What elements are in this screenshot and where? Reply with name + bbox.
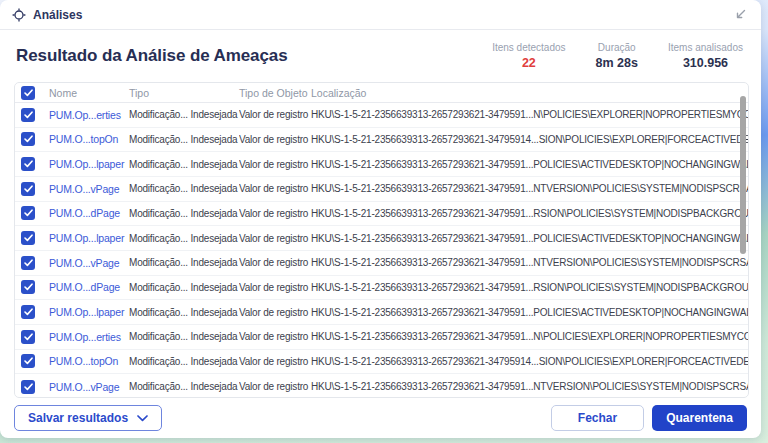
row-checkbox[interactable] xyxy=(21,330,35,344)
row-checkbox[interactable] xyxy=(21,182,35,196)
threat-name-link[interactable]: PUM.Op...erties xyxy=(49,109,129,121)
table-row[interactable]: PUM.Op...lpaper Modificação... Indesejad… xyxy=(15,300,748,325)
column-header-tipo-objeto[interactable]: Tipo de Objeto xyxy=(239,87,311,99)
result-header: Resultado da Análise de Ameaças Itens de… xyxy=(0,30,761,82)
stat-value-duration: 8m 28s xyxy=(596,56,638,70)
threat-name-link[interactable]: PUM.Op...lpaper xyxy=(49,306,129,318)
row-checkbox[interactable] xyxy=(21,206,35,220)
crosshair-scan-icon xyxy=(12,8,26,22)
stat-duration: Duração 8m 28s xyxy=(596,42,638,70)
table-row[interactable]: PUM.O...topOn Modificação... Indesejada … xyxy=(15,128,748,153)
object-type: Valor de registro xyxy=(239,381,311,392)
threat-location: HKU\S-1-5-21-2356639313-2657293621-34795… xyxy=(311,307,748,318)
row-checkbox[interactable] xyxy=(21,380,35,394)
page-title: Resultado da Análise de Ameaças xyxy=(16,46,288,66)
threat-name-link[interactable]: PUM.O...vPage xyxy=(49,183,129,195)
object-type: Valor de registro xyxy=(239,282,311,293)
threat-location: HKU\S-1-5-21-2356639313-2657293621-34795… xyxy=(311,282,748,293)
column-header-nome[interactable]: Nome xyxy=(49,87,129,99)
save-results-label: Salvar resultados xyxy=(28,411,128,425)
threat-name-link[interactable]: PUM.Op...erties xyxy=(49,331,129,343)
table-row[interactable]: PUM.Op...lpaper Modificação... Indesejad… xyxy=(15,152,748,177)
threat-name-link[interactable]: PUM.O...topOn xyxy=(49,355,129,367)
check-icon xyxy=(24,185,33,193)
table-row[interactable]: PUM.O...dPage Modificação... Indesejada … xyxy=(15,202,748,227)
stat-value-scanned: 310.956 xyxy=(668,56,743,70)
scrollbar-thumb[interactable] xyxy=(740,96,746,254)
arrow-down-left-icon xyxy=(734,8,747,21)
threat-name-link[interactable]: PUM.O...dPage xyxy=(49,281,129,293)
object-type: Valor de registro xyxy=(239,109,311,120)
check-icon xyxy=(24,357,33,365)
threat-type: Modificação... Indesejada xyxy=(129,134,239,145)
table-row[interactable]: PUM.Op...erties Modificação... Indesejad… xyxy=(15,103,748,128)
table-row[interactable]: PUM.O...vPage Modificação... Indesejada … xyxy=(15,177,748,202)
table-row[interactable]: PUM.O...vPage Modificação... Indesejada … xyxy=(15,251,748,276)
object-type: Valor de registro xyxy=(239,233,311,244)
object-type: Valor de registro xyxy=(239,134,311,145)
stat-value-detected: 22 xyxy=(492,56,565,70)
check-icon xyxy=(24,89,33,97)
threats-table: Nome Tipo Tipo de Objeto Localização PUM… xyxy=(14,82,749,398)
table-row[interactable]: PUM.O...dPage Modificação... Indesejada … xyxy=(15,276,748,301)
threat-location: HKU\S-1-5-21-2356639313-2657293621-34795… xyxy=(311,356,748,367)
threat-type: Modificação... Indesejada xyxy=(129,233,239,244)
check-icon xyxy=(24,308,33,316)
threat-type: Modificação... Indesejada xyxy=(129,307,239,318)
threat-name-link[interactable]: PUM.Op...lpaper xyxy=(49,158,129,170)
stat-items-scanned: Items analisados 310.956 xyxy=(668,42,743,70)
check-icon xyxy=(24,259,33,267)
row-checkbox[interactable] xyxy=(21,305,35,319)
threat-location: HKU\S-1-5-21-2356639313-2657293621-34795… xyxy=(311,257,748,268)
scan-stats: Itens detectados 22 Duração 8m 28s Items… xyxy=(492,42,743,70)
object-type: Valor de registro xyxy=(239,208,311,219)
stat-label: Items analisados xyxy=(668,42,743,53)
select-all-checkbox[interactable] xyxy=(21,86,35,100)
threat-name-link[interactable]: PUM.O...vPage xyxy=(49,381,129,393)
column-header-tipo[interactable]: Tipo xyxy=(129,87,239,99)
collapse-window-button[interactable] xyxy=(731,6,749,24)
column-header-localizacao[interactable]: Localização xyxy=(311,87,748,99)
row-checkbox[interactable] xyxy=(21,132,35,146)
threat-name-link[interactable]: PUM.Op...lpaper xyxy=(49,232,129,244)
check-icon xyxy=(24,209,33,217)
row-checkbox[interactable] xyxy=(21,157,35,171)
close-button[interactable]: Fechar xyxy=(551,405,644,431)
threat-type: Modificação... Indesejada xyxy=(129,257,239,268)
app-title: Análises xyxy=(33,8,82,22)
threat-location: HKU\S-1-5-21-2356639313-2657293621-34795… xyxy=(311,381,748,392)
threat-type: Modificação... Indesejada xyxy=(129,381,239,392)
threat-location: HKU\S-1-5-21-2356639313-2657293621-34795… xyxy=(311,233,748,244)
quarantine-button[interactable]: Quarentena xyxy=(652,405,747,431)
table-row[interactable]: PUM.O...topOn Modificação... Indesejada … xyxy=(15,350,748,375)
table-row[interactable]: PUM.Op...lpaper Modificação... Indesejad… xyxy=(15,226,748,251)
modal-footer: Salvar resultados Fechar Quarentena xyxy=(0,398,761,438)
object-type: Valor de registro xyxy=(239,356,311,367)
table-row[interactable]: PUM.O...vPage Modificação... Indesejada … xyxy=(15,374,748,398)
threat-name-link[interactable]: PUM.O...vPage xyxy=(49,257,129,269)
threat-location: HKU\S-1-5-21-2356639313-2657293621-34795… xyxy=(311,208,748,219)
desktop-background: { "window": { "app_label": "Análises", "… xyxy=(0,0,768,443)
table-scrollbar[interactable] xyxy=(738,83,748,397)
object-type: Valor de registro xyxy=(239,183,311,194)
row-checkbox[interactable] xyxy=(21,108,35,122)
threat-name-link[interactable]: PUM.O...topOn xyxy=(49,133,129,145)
threat-type: Modificação... Indesejada xyxy=(129,356,239,367)
threat-type: Modificação... Indesejada xyxy=(129,183,239,194)
threat-location: HKU\S-1-5-21-2356639313-2657293621-34795… xyxy=(311,109,748,120)
threat-location: HKU\S-1-5-21-2356639313-2657293621-34795… xyxy=(311,183,748,194)
check-icon xyxy=(24,383,33,391)
row-checkbox[interactable] xyxy=(21,280,35,294)
save-results-button[interactable]: Salvar resultados xyxy=(14,405,162,431)
row-checkbox[interactable] xyxy=(21,231,35,245)
threat-location: HKU\S-1-5-21-2356639313-2657293621-34795… xyxy=(311,331,748,342)
threat-name-link[interactable]: PUM.O...dPage xyxy=(49,207,129,219)
table-header-row: Nome Tipo Tipo de Objeto Localização xyxy=(15,83,748,103)
row-checkbox[interactable] xyxy=(21,354,35,368)
threat-type: Modificação... Indesejada xyxy=(129,159,239,170)
table-row[interactable]: PUM.Op...erties Modificação... Indesejad… xyxy=(15,325,748,350)
check-icon xyxy=(24,135,33,143)
row-checkbox[interactable] xyxy=(21,256,35,270)
table-body: PUM.Op...erties Modificação... Indesejad… xyxy=(15,103,748,398)
titlebar: Análises xyxy=(0,0,761,30)
